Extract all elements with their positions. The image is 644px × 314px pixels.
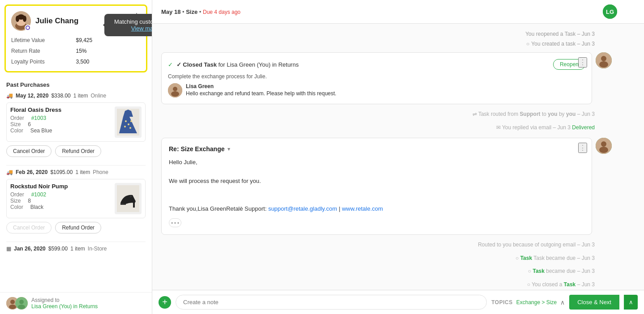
size-label-2: Size xyxy=(10,198,21,204)
email-card-menu-btn[interactable]: ⋮ xyxy=(578,143,587,153)
task-link-3: Task xyxy=(564,281,575,288)
customer-badge xyxy=(25,25,31,31)
svg-point-20 xyxy=(19,300,24,304)
timeline-date: May 18 xyxy=(161,8,180,15)
view-matches-link[interactable]: View matches xyxy=(131,25,152,32)
product-actions-2: Cancel Order Refund Order xyxy=(6,222,146,233)
topics-label: TOPICS xyxy=(491,299,512,306)
product-info-1: Floral Oasis Dress Order #1003 Size 6 Co… xyxy=(10,106,110,134)
topics-chevron-up-button[interactable]: ∧ xyxy=(560,299,565,306)
routing-task-due-2: ○ Task became due – Jun 3 xyxy=(161,267,617,276)
svg-rect-15 xyxy=(133,201,135,208)
lifetime-value-label: Lifetime Value xyxy=(11,36,76,44)
refund-order-btn-2[interactable]: Refund Order xyxy=(55,222,101,233)
truck-icon: 🚚 xyxy=(6,93,13,99)
past-purchases-title: Past Purchases xyxy=(0,77,152,91)
close-next-caret-button[interactable]: ∧ xyxy=(624,295,638,310)
svg-point-11 xyxy=(130,120,132,122)
expand-dots-button[interactable]: • • • xyxy=(169,218,181,227)
meta-created: ○You created a task – Jun 3 xyxy=(161,41,617,47)
svg-point-10 xyxy=(128,123,129,125)
email-footer: • • • xyxy=(169,218,584,227)
task-card-menu-btn[interactable]: ⋮ xyxy=(578,57,587,68)
routing-replied: ✉ You replied via email – Jun 3 Delivere… xyxy=(161,123,617,133)
product-actions-1: Cancel Order Refund Order xyxy=(6,145,146,157)
task-link-2: Task xyxy=(532,268,544,274)
divider-1 xyxy=(6,165,146,165)
task-link-1: Task xyxy=(520,255,532,261)
task-card-title: ✓ ✓ Closed Task for Lisa Green (You) in … xyxy=(168,61,299,68)
task-conversation-item: ✓ ✓ Closed Task for Lisa Green (You) in … xyxy=(161,51,617,106)
header-avatar: LG xyxy=(603,4,617,19)
color-value-1: Sea Blue xyxy=(30,127,52,134)
svg-point-26 xyxy=(171,91,179,97)
email-card: Re: Size Exchange ▾ Hello Julie, We will… xyxy=(161,138,592,235)
customer-stats: Lifetime Value $9,425 Return Rate 15% Lo… xyxy=(11,36,141,66)
purchase-group-1: 🚚 May 12, 2020 $338.00 1 item Online Flo… xyxy=(0,91,152,163)
purchase-date-row-3: ▦ Jan 26, 2020 $599.00 1 item In-Store xyxy=(6,246,146,252)
task-for: for Lisa Green (You) in Returns xyxy=(218,61,298,68)
purchase-date-row-1: 🚚 May 12, 2020 $338.00 1 item Online xyxy=(6,93,146,99)
support-email-link[interactable]: support@retale.gladly.com xyxy=(268,205,337,212)
barcode-icon: ▦ xyxy=(6,246,11,252)
timeline-date-subject: May 18 • Size • Due 4 days ago xyxy=(161,8,240,15)
purchase-date-2: Feb 26, 2020 xyxy=(16,169,47,175)
task-status: ✓ Closed Task xyxy=(176,61,217,68)
loyalty-points: 3,500 xyxy=(76,58,141,66)
task-card-header: ✓ ✓ Closed Task for Lisa Green (You) in … xyxy=(168,59,585,70)
cancel-order-btn-2[interactable]: Cancel Order xyxy=(6,222,52,233)
compose-add-button[interactable]: + xyxy=(159,296,171,309)
website-link[interactable]: www.retale.com xyxy=(342,205,383,212)
email-conversation-item: Re: Size Exchange ▾ Hello Julie, We will… xyxy=(161,136,617,237)
order-label-1: Order xyxy=(10,115,24,121)
task-agent-avatar xyxy=(168,83,182,98)
divider-2 xyxy=(6,242,146,242)
purchase-channel-2: Phone xyxy=(93,169,108,175)
task-agent-name: Lisa Green xyxy=(186,83,336,89)
compose-note-input[interactable] xyxy=(176,295,487,310)
circle-check-icon-2: ○ xyxy=(528,268,533,274)
topics-section: TOPICS Exchange > Size ∧ xyxy=(491,299,565,306)
refund-order-btn-1[interactable]: Refund Order xyxy=(55,145,101,157)
order-link-1[interactable]: #1003 xyxy=(31,115,46,121)
task-message-row: Lisa Green Hello exchange and refund tea… xyxy=(168,83,585,98)
cancel-order-btn-1[interactable]: Cancel Order xyxy=(6,145,52,157)
right-panel-agent-avatar-email xyxy=(596,138,612,154)
email-body1: We will process the request for you. xyxy=(169,177,584,186)
order-link-2[interactable]: #1002 xyxy=(31,191,46,198)
meta-reopened: You reopened a Task – Jun 3 xyxy=(161,31,617,37)
purchase-channel-1: Online xyxy=(90,93,106,99)
task-right-avatar-col xyxy=(596,51,617,68)
product-thumb-2 xyxy=(115,183,142,214)
color-label-1: Color xyxy=(10,127,23,134)
purchase-group-3: ▦ Jan 26, 2020 $599.00 1 item In-Store xyxy=(0,244,152,255)
svg-point-6 xyxy=(16,16,19,22)
order-label-2: Order xyxy=(10,191,24,198)
close-next-button[interactable]: Close & Next xyxy=(569,295,619,310)
timeline-header: May 18 • Size • Due 4 days ago LG xyxy=(152,0,644,24)
customer-card: Julie Chang ⋮ Lifetime Value $9,425 Retu… xyxy=(4,4,147,72)
routing-task-routed: ⇌ Task routed from Support to you by you… xyxy=(161,110,617,119)
customer-card-menu-button[interactable]: ⋮ xyxy=(133,11,141,21)
customer-header: Julie Chang xyxy=(11,11,141,31)
svg-point-29 xyxy=(599,61,608,68)
purchase-date-3: Jan 26, 2020 xyxy=(14,246,46,252)
bottom-bar: Assigned to Lisa Green (You) in Returns xyxy=(0,292,152,314)
task-card: ✓ ✓ Closed Task for Lisa Green (You) in … xyxy=(161,52,592,104)
assigned-name: Lisa Green (You) in Returns xyxy=(31,303,98,310)
email-icon: ✉ xyxy=(496,124,502,131)
color-value-2: Black xyxy=(30,204,43,210)
chevron-down-icon: ▾ xyxy=(228,146,230,152)
purchase-group-2: 🚚 Feb 26, 2020 $1095.00 1 item Phone Roc… xyxy=(0,167,152,240)
assigned-info: Assigned to Lisa Green (You) in Returns xyxy=(31,297,98,310)
timeline-info: May 18 • Size • Due 4 days ago xyxy=(161,8,240,15)
check-icon: ✓ xyxy=(168,61,173,68)
purchase-items-3: 1 item xyxy=(70,246,85,252)
product-name-1: Floral Oasis Dress xyxy=(10,106,110,113)
purchase-amount-1: $338.00 xyxy=(51,93,70,99)
purchase-date-1: May 12, 2020 xyxy=(16,93,48,99)
email-right-avatar-col xyxy=(596,136,617,154)
task-msg-body: Lisa Green Hello exchange and refund tea… xyxy=(186,83,336,97)
routing-routed-because: Routed to you because of outgoing email … xyxy=(161,240,617,250)
size-label-1: Size xyxy=(10,121,21,127)
